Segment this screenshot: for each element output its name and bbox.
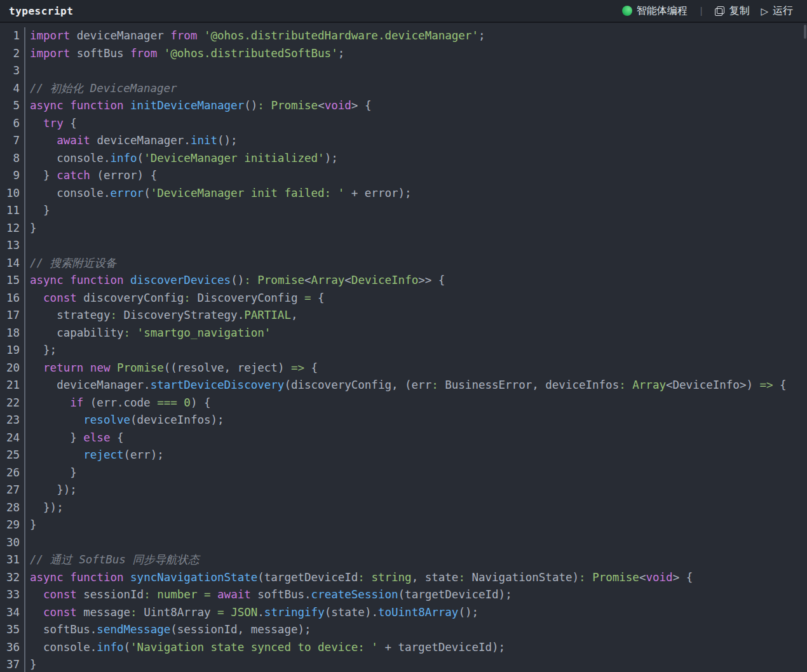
gutter-divider	[24, 255, 30, 272]
line-number: 22	[0, 394, 20, 412]
agent-coding-button[interactable]: 智能体编程	[622, 4, 688, 18]
code-line: 2import softBus from '@ohos.distributedS…	[0, 45, 807, 63]
code-line: 33 const sessionId: number = await softB…	[0, 586, 807, 604]
code-text: });	[30, 481, 807, 499]
gutter-divider	[24, 481, 30, 499]
code-line: 29}	[0, 516, 807, 534]
line-number: 14	[0, 255, 20, 272]
gutter-divider	[24, 202, 30, 220]
gutter-divider	[24, 167, 30, 185]
gutter-divider	[24, 290, 30, 307]
code-text: // 初始化 DeviceManager	[30, 80, 807, 98]
code-line: 21 deviceManager.startDeviceDiscovery(di…	[0, 377, 807, 394]
gutter-divider	[24, 45, 30, 63]
gutter-divider	[24, 639, 30, 657]
code-line: 28 });	[0, 499, 807, 517]
line-number: 29	[0, 516, 20, 534]
gutter-divider	[24, 604, 30, 622]
line-number: 13	[0, 237, 20, 255]
code-line: 3	[0, 62, 807, 80]
code-text: }	[30, 220, 807, 238]
code-line: 13	[0, 237, 807, 255]
line-number: 4	[0, 80, 20, 98]
line-number: 8	[0, 150, 20, 168]
code-line: 32async function syncNavigationState(tar…	[0, 569, 807, 587]
gutter-divider	[24, 220, 30, 238]
code-text: resolve(deviceInfos);	[30, 412, 807, 429]
copy-button[interactable]: 复制	[715, 4, 749, 18]
gutter-divider	[24, 150, 30, 168]
gutter-divider	[24, 551, 30, 569]
gutter-divider	[24, 132, 30, 150]
code-text: // 通过 SoftBus 同步导航状态	[30, 551, 807, 569]
code-line: 9 } catch (error) {	[0, 167, 807, 185]
line-number: 24	[0, 429, 20, 447]
gutter-divider	[24, 499, 30, 517]
gutter-divider	[24, 447, 30, 464]
line-number: 19	[0, 342, 20, 360]
code-line: 22 if (err.code === 0) {	[0, 394, 807, 412]
line-number: 36	[0, 639, 20, 657]
code-line: 26 }	[0, 464, 807, 482]
line-number: 37	[0, 656, 20, 672]
run-button[interactable]: ▷ 运行	[761, 4, 793, 18]
gutter-divider	[24, 569, 30, 587]
code-line: 7 await deviceManager.init();	[0, 132, 807, 150]
line-number: 34	[0, 604, 20, 622]
code-line: 35 softBus.sendMessage(sessionId, messag…	[0, 621, 807, 639]
code-block-header: typescript 智能体编程 | 复制 ▷ 运行	[0, 0, 807, 23]
gutter-divider	[24, 516, 30, 534]
line-number: 15	[0, 272, 20, 290]
gutter-divider	[24, 360, 30, 377]
gutter-divider	[24, 621, 30, 639]
code-text	[30, 237, 807, 255]
code-text: deviceManager.startDeviceDiscovery(disco…	[30, 377, 807, 394]
code-text: import deviceManager from '@ohos.distrib…	[30, 27, 807, 45]
code-text: const sessionId: number = await softBus.…	[30, 586, 807, 604]
code-line: 11 }	[0, 202, 807, 220]
gutter-divider	[24, 272, 30, 290]
copy-label: 复制	[729, 4, 749, 18]
line-number: 1	[0, 27, 20, 45]
agent-logo-icon	[622, 6, 632, 16]
code-text: }	[30, 464, 807, 482]
gutter-divider	[24, 464, 30, 482]
line-number: 3	[0, 62, 20, 80]
header-divider: |	[699, 6, 704, 16]
code-text: strategy: DiscoveryStrategy.PARTIAL,	[30, 307, 807, 325]
line-number: 7	[0, 132, 20, 150]
code-text: } else {	[30, 429, 807, 447]
line-number: 25	[0, 447, 20, 464]
run-icon: ▷	[761, 6, 768, 16]
code-text: console.info('Navigation state synced to…	[30, 639, 807, 657]
code-text: }	[30, 202, 807, 220]
gutter-divider	[24, 325, 30, 342]
line-number: 17	[0, 307, 20, 325]
code-line: 1import deviceManager from '@ohos.distri…	[0, 27, 807, 45]
code-text: if (err.code === 0) {	[30, 394, 807, 412]
code-text: try {	[30, 115, 807, 133]
code-line: 16 const discoveryConfig: DiscoveryConfi…	[0, 290, 807, 307]
code-line: 27 });	[0, 481, 807, 499]
gutter-divider	[24, 27, 30, 45]
code-text: async function initDeviceManager(): Prom…	[30, 97, 807, 115]
run-label: 运行	[773, 4, 793, 18]
gutter-divider	[24, 115, 30, 133]
code-line: 4// 初始化 DeviceManager	[0, 80, 807, 98]
code-line: 5async function initDeviceManager(): Pro…	[0, 97, 807, 115]
line-number: 16	[0, 290, 20, 307]
line-number: 9	[0, 167, 20, 185]
line-number: 35	[0, 621, 20, 639]
code-text: capability: 'smartgo_navigation'	[30, 325, 807, 342]
gutter-divider	[24, 342, 30, 360]
code-text: };	[30, 342, 807, 360]
scrollbar-thumb[interactable]	[804, 25, 806, 39]
code-line: 36 console.info('Navigation state synced…	[0, 639, 807, 657]
line-number: 21	[0, 377, 20, 394]
line-number: 30	[0, 534, 20, 552]
gutter-divider	[24, 429, 30, 447]
code-text: });	[30, 499, 807, 517]
code-text: // 搜索附近设备	[30, 255, 807, 272]
line-number: 5	[0, 97, 20, 115]
line-number: 18	[0, 325, 20, 342]
